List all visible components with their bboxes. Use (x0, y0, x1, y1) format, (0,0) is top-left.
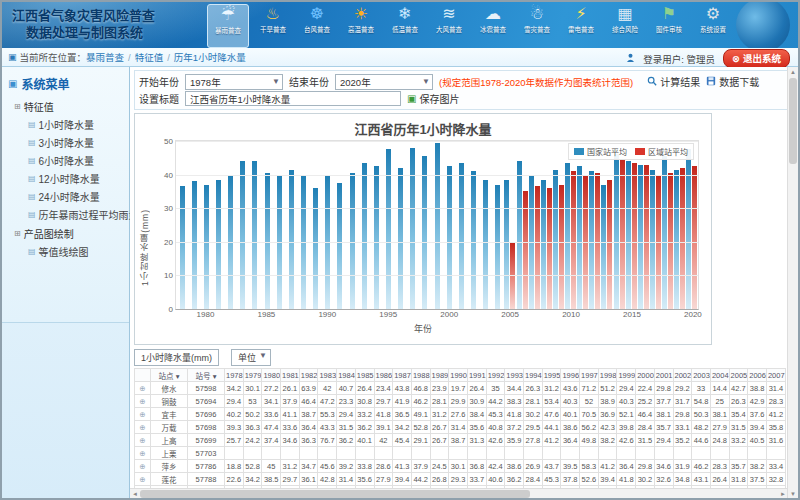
calculate-button[interactable]: 计算结果 (647, 74, 700, 89)
value-cell: 29.8 (636, 460, 655, 473)
value-cell: 52.8 (243, 460, 262, 473)
station-data-table: 站点 ▾站号 ▾19781979198019811982198319841985… (134, 368, 786, 499)
value-cell: 44.2 (411, 473, 430, 486)
national-avg-bar (313, 188, 318, 309)
breadcrumb-item[interactable]: 历年1小时降水量 (174, 52, 246, 63)
row-expand-icon[interactable]: ⊕ (135, 447, 151, 460)
chart-title-input[interactable]: 江西省历年1小时降水量 (185, 91, 401, 106)
save-image-button[interactable]: ▣ 保存图片 (407, 91, 459, 106)
year-column-header: 1986 (374, 369, 393, 382)
national-avg-bar (204, 185, 209, 309)
value-cell: 31.4 (449, 421, 468, 434)
sidebar-item-1小时降水量[interactable]: ▤1小时降水量 (28, 117, 125, 132)
row-expand-icon[interactable]: ⊕ (135, 473, 151, 486)
scroll-left-arrow[interactable]: ◄ (130, 491, 140, 497)
value-cell: 33.8 (355, 460, 374, 473)
toolbar-item-lightning[interactable]: ⚡雷电普查 (561, 4, 601, 46)
row-expand-icon[interactable]: ⊕ (135, 408, 151, 421)
value-cell: 30.2 (636, 473, 655, 486)
bar-group-1979 (188, 141, 200, 309)
sidebar-group-特征值[interactable]: ⊞特征值 (14, 99, 125, 114)
vertical-scroll-thumb[interactable] (789, 78, 797, 164)
bar-group-2002 (467, 141, 479, 309)
regional-avg-bar (535, 186, 540, 309)
vertical-scrollbar[interactable]: ▲ ▼ (787, 67, 798, 499)
bar-group-1982 (225, 141, 237, 309)
row-expand-icon[interactable]: ⊕ (135, 421, 151, 434)
regional-avg-bar (692, 166, 697, 309)
download-button[interactable]: 数据下载 (706, 74, 759, 89)
sidebar-item-6小时降水量[interactable]: ▤6小时降水量 (28, 153, 125, 168)
value-cell (430, 447, 449, 460)
national-avg-bar (252, 161, 257, 309)
toolbar-item-drought[interactable]: ♨干旱普查 (253, 4, 293, 46)
value-cell: 42.4 (486, 460, 505, 473)
row-expand-icon[interactable]: ⊕ (135, 434, 151, 447)
app-title-line1: 江西省气象灾害风险普查 (12, 7, 155, 24)
breadcrumb-item[interactable]: 特征值 (135, 52, 164, 63)
value-cell: 42.8 (318, 473, 337, 486)
value-cell: 47.6 (542, 408, 561, 421)
start-year-select[interactable]: 1978年▼ (185, 74, 283, 90)
station-name-cell: 上栗 (151, 447, 188, 460)
toolbar-item-hail[interactable]: ☁冰雹普查 (473, 4, 513, 46)
station-name-cell: 上高 (151, 434, 188, 447)
end-year-select[interactable]: 2020年▼ (335, 74, 433, 90)
bar-group-2018 (662, 141, 674, 309)
toolbar-item-label: 台风普查 (304, 24, 330, 33)
horizontal-scrollbar[interactable]: ◄ ► (130, 488, 788, 499)
toolbar-item-gale[interactable]: ≋大风普查 (429, 4, 469, 46)
value-cell: 47.2 (318, 395, 337, 408)
value-cell: 40.1 (355, 434, 374, 447)
toolbar-item-high-temp[interactable]: ☀高温普查 (341, 4, 381, 46)
sidebar-item-24小时降水量[interactable]: ▤24小时降水量 (28, 189, 125, 204)
sidebar-item-历年暴雨过程平均雨量[interactable]: ▤历年暴雨过程平均雨量 (28, 207, 125, 222)
sidebar-group-产品图绘制[interactable]: ⊞产品图绘制 (14, 226, 125, 241)
year-column-header: 1987 (393, 369, 412, 382)
value-cell: 36.2 (337, 434, 356, 447)
scroll-up-arrow[interactable]: ▲ (790, 67, 796, 77)
value-cell (449, 447, 468, 460)
bar-group-1999 (431, 141, 443, 309)
sidebar-item-3小时降水量[interactable]: ▤3小时降水量 (28, 135, 125, 150)
value-cell: 39.3 (225, 421, 244, 434)
sidebar-item-等值线绘图[interactable]: ▤等值线绘图 (28, 244, 125, 259)
logout-button[interactable]: ⊗ 退出系统 (723, 49, 790, 68)
bar-group-2017 (649, 141, 661, 309)
bar-group-2013 (601, 141, 613, 309)
national-avg-bar (422, 156, 427, 309)
value-cell: 28.4 (524, 473, 543, 486)
toolbar-item-rainstorm[interactable]: ☔暴雨普查 (207, 4, 249, 48)
toolbar-item-typhoon[interactable]: ☸台风普查 (297, 4, 337, 46)
sidebar-item-12小时降水量[interactable]: ▤12小时降水量 (28, 171, 125, 186)
unit-select[interactable]: 单位▼ (231, 349, 271, 366)
row-expand-icon[interactable]: ⊕ (135, 382, 151, 395)
toolbar-item-map-review[interactable]: ⚑图件审核 (649, 4, 689, 46)
toolbar-item-snow[interactable]: ☃雪灾普查 (517, 4, 557, 46)
page-icon: ▤ (28, 210, 36, 219)
value-cell: 34.2 (243, 473, 262, 486)
value-cell: 31.7 (673, 395, 692, 408)
toolbar-item-composite-risk[interactable]: ▦综合风险 (605, 4, 645, 46)
year-column-header: 2001 (654, 369, 673, 382)
national-avg-bar (553, 170, 558, 309)
low-temp-icon: ❄ (394, 4, 416, 24)
sidebar: ▣ 系统菜单 ⊞特征值▤1小时降水量▤3小时降水量▤6小时降水量▤12小时降水量… (2, 67, 130, 499)
bar-group-1990 (322, 141, 334, 309)
station-column-header[interactable]: 站点 ▾ (151, 369, 188, 382)
year-column-header: 2007 (766, 369, 785, 382)
value-cell (467, 447, 486, 460)
breadcrumb-item[interactable]: 暴雨普查 (86, 52, 124, 63)
toolbar-item-low-temp[interactable]: ❄低温普查 (385, 4, 425, 46)
horizontal-scroll-thumb[interactable] (140, 490, 530, 498)
value-cell: 40.6 (486, 473, 505, 486)
legend-item: 国家站平均 (574, 146, 627, 157)
row-expand-icon[interactable]: ⊕ (135, 460, 151, 473)
scroll-down-arrow[interactable]: ▼ (790, 489, 796, 499)
row-expand-icon[interactable]: ⊕ (135, 395, 151, 408)
station-id-column-header[interactable]: 站号 ▾ (188, 369, 225, 382)
chart-xticks: 198019851990199520002005201020152020 (175, 310, 699, 320)
value-cell (542, 447, 561, 460)
sidebar-title: ▣ 系统菜单 (8, 75, 125, 92)
toolbar-item-system-settings[interactable]: ⚙系统设置 (693, 4, 733, 46)
